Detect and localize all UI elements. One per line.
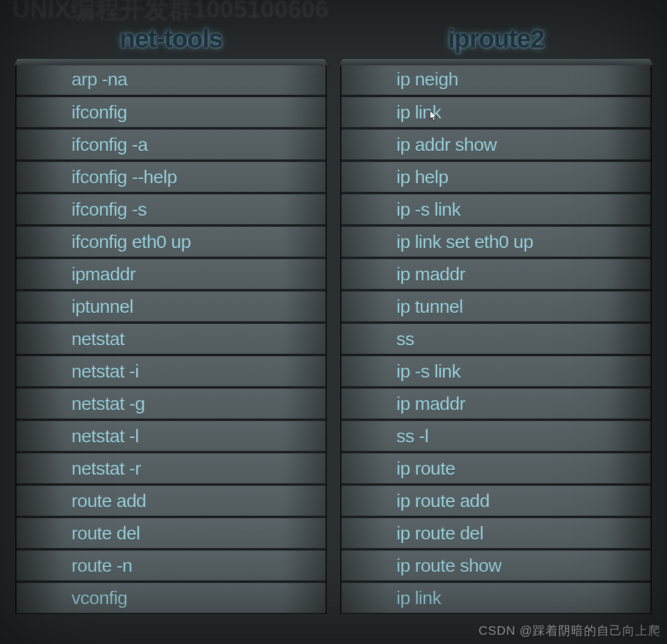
table-row: ip addr show: [341, 128, 651, 161]
table-row: netstat -i: [16, 355, 326, 387]
command-text: ifconfig -s: [16, 199, 147, 220]
command-text: route -n: [16, 555, 132, 576]
iproute2-table: ip neighip linkip addr showip helpip -s …: [340, 62, 652, 614]
table-row: ifconfig -a: [16, 128, 326, 161]
command-text: ip route add: [341, 491, 489, 511]
command-text: ifconfig: [16, 102, 127, 123]
command-text: ip tunnel: [341, 296, 463, 317]
command-text: ip route show: [341, 555, 501, 576]
command-text: ip maddr: [341, 264, 465, 285]
table-row: route -n: [16, 549, 326, 582]
table-row: ip route add: [341, 485, 651, 517]
table-row: ip maddr: [341, 387, 651, 420]
command-text: ip addr show: [341, 134, 497, 155]
table-row: route del: [16, 517, 326, 549]
table-row: netstat -r: [16, 452, 326, 485]
command-text: ip -s link: [341, 361, 461, 382]
command-text: ip neigh: [341, 69, 458, 90]
table-row: ipmaddr: [16, 258, 326, 290]
table-row: ip tunnel: [341, 290, 651, 323]
table-row: ss -l: [341, 420, 651, 452]
command-text: netstat -i: [16, 361, 139, 382]
table-row: ip neigh: [341, 64, 651, 96]
table-row: ifconfig -s: [16, 193, 326, 225]
table-row: ip -s link: [341, 193, 651, 225]
table-row: ip -s link: [341, 355, 651, 387]
command-text: ip help: [341, 167, 448, 188]
table-row: vconfig: [16, 582, 326, 614]
command-text: ipmaddr: [16, 264, 136, 285]
comparison-slide: UNIX编程开发群1005100606 net-tools arp -naifc…: [0, 0, 667, 644]
table-row: ip help: [341, 161, 651, 193]
command-text: arp -na: [16, 69, 128, 90]
net-tools-column: net-tools arp -naifconfigifconfig -aifco…: [15, 12, 327, 614]
table-row: netstat: [16, 323, 326, 355]
command-text: vconfig: [16, 588, 128, 609]
command-text: netstat -r: [16, 458, 140, 479]
command-text: ifconfig eth0 up: [16, 232, 191, 252]
table-row: netstat -l: [16, 420, 326, 452]
command-text: netstat -g: [16, 393, 145, 414]
net-tools-table: arp -naifconfigifconfig -aifconfig --hel…: [15, 62, 327, 614]
table-row: ip link: [341, 582, 651, 614]
table-row: netstat -g: [16, 387, 326, 420]
table-row: ifconfig eth0 up: [16, 225, 326, 258]
table-row: iptunnel: [16, 290, 326, 323]
command-text: ip maddr: [341, 393, 465, 414]
table-row: ss: [341, 323, 651, 355]
command-text: iptunnel: [16, 296, 133, 317]
command-text: ip link set eth0 up: [341, 232, 533, 252]
table-row: ip route: [341, 452, 651, 485]
table-row: ip route show: [341, 549, 651, 582]
table-row: ip link: [341, 96, 651, 128]
table-row: ip maddr: [341, 258, 651, 290]
command-text: ip link: [341, 588, 441, 609]
command-text: ifconfig --help: [16, 167, 177, 188]
table-row: route add: [16, 485, 326, 517]
command-text: ss -l: [341, 426, 429, 447]
command-text: ss: [341, 329, 414, 349]
command-text: ip route del: [341, 523, 483, 544]
command-text: route add: [16, 491, 146, 511]
table-row: ifconfig: [16, 96, 326, 128]
net-tools-header: net-tools: [15, 12, 327, 62]
command-text: ip -s link: [341, 199, 461, 220]
table-row: arp -na: [16, 64, 326, 96]
command-text: netstat: [16, 329, 125, 349]
iproute2-header: iproute2: [340, 12, 652, 62]
command-text: ip route: [341, 458, 455, 479]
table-row: ifconfig --help: [16, 161, 326, 193]
table-row: ip route del: [341, 517, 651, 549]
csdn-watermark: CSDN @踩着阴暗的自己向上爬: [478, 623, 661, 639]
command-text: ip link: [341, 102, 441, 123]
table-row: ip link set eth0 up: [341, 225, 651, 258]
command-text: route del: [16, 523, 140, 544]
iproute2-column: iproute2 ip neighip linkip addr showip h…: [340, 12, 652, 614]
command-text: ifconfig -a: [16, 134, 148, 155]
command-text: netstat -l: [16, 426, 139, 447]
